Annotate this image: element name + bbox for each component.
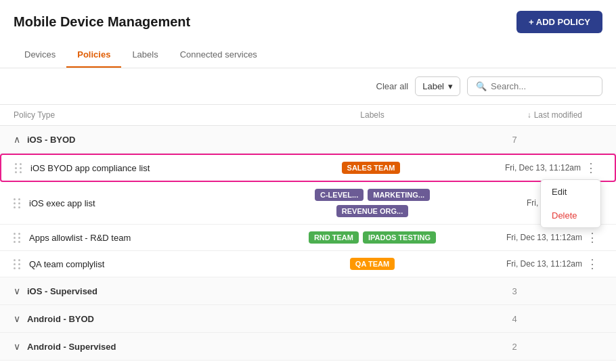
header: Mobile Device Management + ADD POLICY De… (0, 0, 616, 68)
policy-name-p3: Apps allowlist - R&D team (29, 233, 284, 243)
more-menu-button-p1[interactable]: ⋮ (581, 162, 601, 174)
tag-ipados-testing: IPADOS TESTING (363, 231, 436, 244)
search-input[interactable] (491, 81, 599, 91)
group-count-android-supervised: 2 (426, 342, 602, 352)
sort-arrow-icon: ↓ (527, 110, 531, 120)
policy-row-p2: iOS exec app list C-LEVEL... MARKETING..… (0, 182, 616, 225)
context-menu-delete[interactable]: Delete (541, 204, 600, 227)
expand-icon-ios-supervised: ∨ (14, 286, 20, 296)
tag-sales-team: SALES TEAM (342, 162, 401, 174)
tag-marketing: MARKETING... (368, 189, 430, 201)
group-name-ios-byod: iOS - BYOD (27, 135, 426, 145)
collapse-icon: ∧ (14, 134, 20, 145)
label-tags-p4: QA TEAM (284, 258, 460, 270)
context-menu-edit[interactable]: Edit (541, 180, 600, 204)
modified-time-p1: Fri, Dec 13, 11:12am (459, 163, 581, 173)
expand-icon-android-byod: ∨ (14, 313, 20, 324)
clear-all-button[interactable]: Clear all (376, 81, 409, 91)
policy-row-p3: Apps allowlist - R&D team RND TEAM IPADO… (0, 225, 616, 251)
policy-name-p2: iOS exec app list (29, 198, 284, 208)
more-menu-button-p4[interactable]: ⋮ (582, 258, 602, 270)
label-tags-p3: RND TEAM IPADOS TESTING (284, 231, 460, 244)
tag-clevel: C-LEVEL... (315, 189, 364, 201)
tab-devices[interactable]: Devices (14, 43, 66, 68)
group-name-ios-supervised: iOS - Supervised (27, 286, 426, 296)
nav-tabs: Devices Policies Labels Connected servic… (14, 43, 602, 68)
col-modified-header: ↓ Last modified (460, 110, 582, 120)
drag-handle-p2[interactable] (14, 198, 21, 208)
group-row-ios-supervised[interactable]: ∨ iOS - Supervised 3 (0, 277, 616, 305)
modified-time-p3: Fri, Dec 13, 11:12am (460, 233, 582, 242)
policy-row-p1: iOS BYOD app compliance list SALES TEAM … (0, 154, 616, 182)
group-count-ios-supervised: 3 (426, 286, 602, 296)
expand-icon-android-supervised: ∨ (14, 341, 20, 352)
group-count-ios-byod: 7 (426, 135, 602, 145)
drag-handle-p1[interactable] (15, 163, 22, 173)
group-row-ios-byod[interactable]: ∧ iOS - BYOD 7 (0, 126, 616, 154)
policy-name-p1: iOS BYOD app compliance list (30, 163, 283, 173)
chevron-down-icon: ▾ (448, 81, 453, 91)
tag-qa-team: QA TEAM (350, 258, 395, 270)
group-name-android-supervised: Android - Supervised (27, 342, 426, 352)
col-policy-header: Policy Type (14, 110, 284, 120)
tab-connected-services[interactable]: Connected services (169, 43, 268, 68)
group-count-android-byod: 4 (426, 314, 602, 324)
tag-revenue: REVENUE ORG... (336, 205, 408, 217)
toolbar: Clear all Label ▾ 🔍 (0, 68, 616, 105)
add-policy-button[interactable]: + ADD POLICY (516, 11, 602, 33)
header-top: Mobile Device Management + ADD POLICY (14, 11, 602, 33)
more-menu-button-p3[interactable]: ⋮ (582, 231, 602, 244)
group-row-android-supervised[interactable]: ∨ Android - Supervised 2 (0, 333, 616, 361)
col-labels-header: Labels (284, 110, 460, 120)
table-body: ∧ iOS - BYOD 7 iOS BYOD app compliance l… (0, 126, 616, 364)
table-header: Policy Type Labels ↓ Last modified (0, 105, 616, 126)
policy-row-p4: QA team complylist QA TEAM Fri, Dec 13, … (0, 251, 616, 277)
label-tags-p1: SALES TEAM (283, 162, 459, 174)
tab-policies[interactable]: Policies (66, 43, 121, 68)
context-menu-p1: Edit Delete (540, 179, 601, 228)
label-dropdown-text: Label (422, 81, 444, 91)
search-box: 🔍 (467, 76, 602, 96)
drag-handle-p4[interactable] (14, 259, 21, 269)
drag-handle-p3[interactable] (14, 233, 21, 243)
group-name-android-byod: Android - BYOD (27, 314, 426, 324)
modified-time-p4: Fri, Dec 13, 11:12am (460, 259, 582, 269)
label-tags-p2: C-LEVEL... MARKETING... REVENUE ORG... (284, 189, 460, 217)
app-title: Mobile Device Management (14, 14, 190, 30)
label-dropdown[interactable]: Label ▾ (415, 76, 460, 96)
tab-labels[interactable]: Labels (121, 43, 169, 68)
policy-name-p4: QA team complylist (29, 259, 284, 269)
search-icon: 🔍 (476, 81, 487, 91)
tag-rnd-team: RND TEAM (309, 231, 359, 244)
app-container: Mobile Device Management + ADD POLICY De… (0, 0, 616, 364)
group-row-android-byod[interactable]: ∨ Android - BYOD 4 (0, 305, 616, 333)
